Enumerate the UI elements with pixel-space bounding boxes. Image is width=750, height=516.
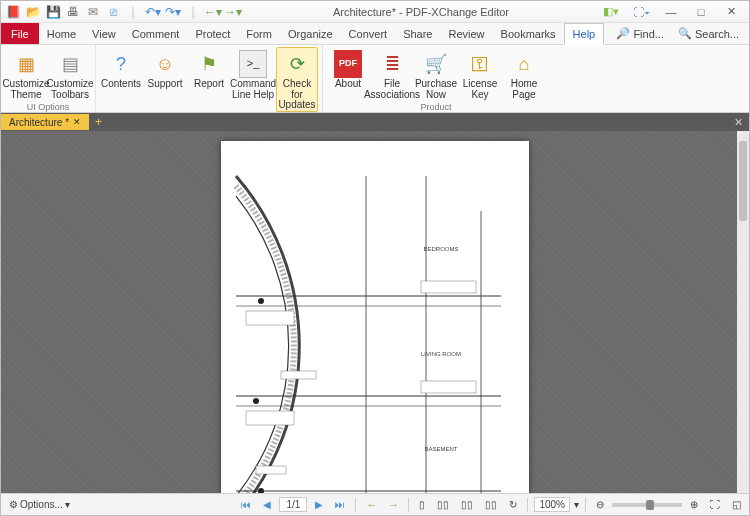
check-for-updates-button[interactable]: ⟳Check for Updates (276, 47, 318, 112)
vertical-scrollbar[interactable] (737, 131, 749, 493)
report-button[interactable]: ⚑Report (188, 47, 230, 112)
qat-sep2: | (185, 4, 201, 20)
pdf-page: BEDROOMS LIVING ROOM BASEMENT (221, 141, 529, 493)
zoom-slider[interactable] (612, 503, 682, 507)
next-page-button[interactable]: ▶ (311, 499, 327, 510)
cli-icon: >_ (239, 50, 267, 78)
layout-facing-button[interactable]: ▯▯ (457, 499, 477, 510)
qat-sep: | (125, 4, 141, 20)
zoom-out-button[interactable]: ⊖ (592, 499, 608, 510)
close-all-tabs[interactable]: ✕ (728, 116, 749, 129)
svg-rect-21 (256, 466, 286, 474)
report-icon: ⚑ (195, 50, 223, 78)
zoom-field[interactable]: 100% (534, 497, 570, 512)
prev-page-button[interactable]: ◀ (259, 499, 275, 510)
svg-rect-17 (421, 381, 476, 393)
about-button[interactable]: PDFAbout (327, 47, 369, 101)
options-button[interactable]: ⚙Options...▾ (5, 499, 74, 510)
close-button[interactable]: ✕ (717, 3, 745, 21)
zoom-dropdown-icon[interactable]: ▾ (574, 499, 579, 510)
print-icon[interactable]: 🖶 (65, 4, 81, 20)
tab-help[interactable]: Help (564, 23, 605, 45)
window-controls: ◧▾ ⛶▾ — □ ✕ (597, 3, 749, 21)
find-icon: 🔎 (616, 27, 630, 40)
svg-point-9 (258, 298, 264, 304)
window-title: Architecture* - PDF-XChange Editor (245, 6, 597, 18)
layout-continuous-button[interactable]: ▯▯ (433, 499, 453, 510)
tab-home[interactable]: Home (39, 23, 84, 44)
tab-form[interactable]: Form (238, 23, 280, 44)
nav-back-icon[interactable]: ←▾ (205, 4, 221, 20)
svg-text:LIVING ROOM: LIVING ROOM (421, 351, 461, 357)
cart-icon: 🛒 (422, 50, 450, 78)
tab-convert[interactable]: Convert (341, 23, 396, 44)
tab-view[interactable]: View (84, 23, 124, 44)
document-tab-bar: Architecture *✕ + ✕ (1, 113, 749, 131)
add-document-tab[interactable]: + (89, 115, 108, 129)
nav-fwd-icon[interactable]: →▾ (225, 4, 241, 20)
support-button[interactable]: ☺Support (144, 47, 186, 112)
file-tab[interactable]: File (1, 23, 39, 44)
theme-icon: ▦ (12, 50, 40, 78)
architecture-drawing: BEDROOMS LIVING ROOM BASEMENT (221, 141, 529, 493)
layout-continuous-facing-button[interactable]: ▯▯ (481, 499, 501, 510)
rotate-button[interactable]: ↻ (505, 499, 521, 510)
nav-fwd-button[interactable]: → (384, 499, 402, 510)
home-page-button[interactable]: ⌂Home Page (503, 47, 545, 101)
tab-protect[interactable]: Protect (187, 23, 238, 44)
save-icon[interactable]: 💾 (45, 4, 61, 20)
toolbars-icon: ▤ (56, 50, 84, 78)
document-tab[interactable]: Architecture *✕ (1, 114, 89, 130)
document-viewer[interactable]: BEDROOMS LIVING ROOM BASEMENT (1, 131, 749, 493)
redo-icon[interactable]: ↷▾ (165, 4, 181, 20)
page-number-field[interactable]: 1/1 (279, 497, 307, 512)
svg-point-10 (253, 398, 259, 404)
first-page-button[interactable]: ⏮ (237, 499, 255, 510)
key-icon: ⚿ (466, 50, 494, 78)
ui-option-icon[interactable]: ◧▾ (597, 3, 625, 21)
layout-icon[interactable]: ⛶▾ (627, 3, 655, 21)
doc-tab-close-icon[interactable]: ✕ (73, 117, 81, 127)
find-button[interactable]: 🔎Find... (612, 27, 668, 40)
license-key-button[interactable]: ⚿License Key (459, 47, 501, 101)
fit-page-button[interactable]: ◱ (728, 499, 745, 510)
svg-text:BASEMENT: BASEMENT (424, 446, 457, 452)
tab-share[interactable]: Share (395, 23, 440, 44)
customize-toolbars-button[interactable]: ▤Customize Toolbars (49, 47, 91, 101)
layout-single-button[interactable]: ▯ (415, 499, 429, 510)
file-associations-button[interactable]: ≣File Associations (371, 47, 413, 101)
purchase-now-button[interactable]: 🛒Purchase Now (415, 47, 457, 101)
file-assoc-icon: ≣ (378, 50, 406, 78)
status-bar: ⚙Options...▾ ⏮ ◀ 1/1 ▶ ⏭ ← → ▯ ▯▯ ▯▯ ▯▯ … (1, 493, 749, 515)
customize-theme-button[interactable]: ▦Customize Theme (5, 47, 47, 101)
open-folder-icon[interactable]: 📂 (25, 4, 41, 20)
group-help: ?Contents ☺Support ⚑Report >_Command Lin… (96, 45, 323, 112)
chevron-down-icon: ▾ (65, 499, 70, 510)
tab-review[interactable]: Review (440, 23, 492, 44)
gear-icon: ⚙ (9, 499, 18, 510)
zoom-in-button[interactable]: ⊕ (686, 499, 702, 510)
title-bar: 📕 📂 💾 🖶 ✉ ⎚ | ↶▾ ↷▾ | ←▾ →▾ Architecture… (1, 1, 749, 23)
ribbon: ▦Customize Theme ▤Customize Toolbars UI … (1, 45, 749, 113)
tab-bookmarks[interactable]: Bookmarks (493, 23, 564, 44)
tab-comment[interactable]: Comment (124, 23, 188, 44)
last-page-button[interactable]: ⏭ (331, 499, 349, 510)
tab-organize[interactable]: Organize (280, 23, 341, 44)
command-line-help-button[interactable]: >_Command Line Help (232, 47, 274, 112)
contents-button[interactable]: ?Contents (100, 47, 142, 112)
group-ui-options: ▦Customize Theme ▤Customize Toolbars UI … (1, 45, 96, 112)
minimize-button[interactable]: — (657, 3, 685, 21)
maximize-button[interactable]: □ (687, 3, 715, 21)
scrollbar-thumb[interactable] (739, 141, 747, 221)
search-icon: 🔍 (678, 27, 692, 40)
group-product: PDFAbout ≣File Associations 🛒Purchase No… (323, 45, 549, 112)
menu-bar: File Home View Comment Protect Form Orga… (1, 23, 749, 45)
email-icon[interactable]: ✉ (85, 4, 101, 20)
app-icon: 📕 (5, 4, 21, 20)
scan-icon[interactable]: ⎚ (105, 4, 121, 20)
fit-width-button[interactable]: ⛶ (706, 499, 724, 510)
undo-icon[interactable]: ↶▾ (145, 4, 161, 20)
nav-back-button[interactable]: ← (362, 499, 380, 510)
svg-rect-18 (246, 411, 294, 425)
search-button[interactable]: 🔍Search... (674, 27, 743, 40)
